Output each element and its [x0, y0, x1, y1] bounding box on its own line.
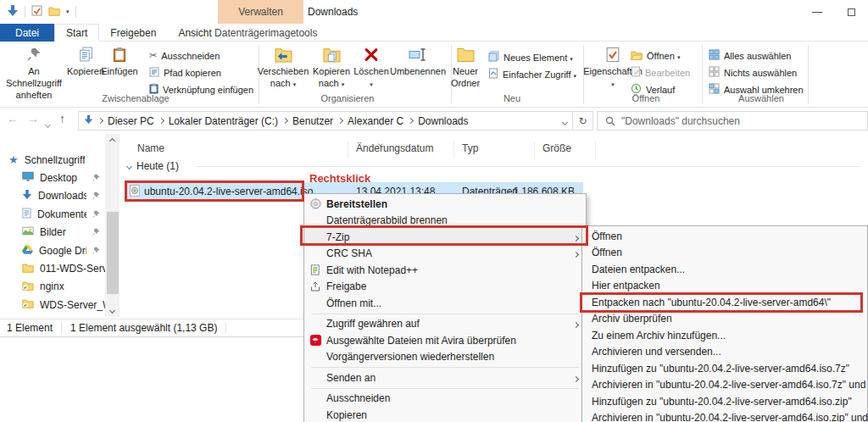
menu-item-senden-an[interactable]: Senden an [304, 369, 586, 386]
column-header-type[interactable]: Typ [462, 142, 478, 154]
breadcrumb-dieser-pc[interactable]: Dieser PC [108, 115, 154, 127]
tab-freigeben[interactable]: Freigeben [99, 24, 167, 42]
tab-datentraegerimagetools[interactable]: Datenträgerimagetools [223, 24, 309, 42]
column-header-size[interactable]: Größe [542, 142, 571, 154]
menu-item-datentraegerabbild-brennen[interactable]: Datenträgerabbild brennen [304, 213, 586, 230]
select-none-button[interactable]: Nichts auswählen [709, 65, 797, 80]
forward-button[interactable]: → [27, 112, 39, 125]
sidebar-item-google-drive[interactable]: Google Drive [0, 242, 105, 259]
menu-item-zugriff-gewaehren[interactable]: Zugriff gewähren auf [304, 316, 586, 333]
cut-button[interactable]: ✂ Ausschneiden [149, 48, 220, 63]
sidebar-item-dokumente[interactable]: Dokumente [0, 205, 105, 223]
move-to-button[interactable]: Verschieben nach ▾ [259, 44, 308, 90]
menu-item-edit-with-notepad[interactable]: Edit with Notepad++ [304, 262, 586, 279]
pin-icon [92, 226, 100, 238]
app-downloads-icon [7, 4, 19, 19]
submenu-item-archivieren-zip-versenden[interactable]: Archivieren in "ubuntu-20.04.2-live-serv… [582, 410, 867, 422]
up-button[interactable]: ↑ [59, 112, 65, 125]
sidebar-item-011-wds-server[interactable]: 011-WDS-Server [0, 259, 105, 277]
delete-button[interactable]: Löschen ▾ [355, 44, 387, 90]
dropdown-arrow-icon: ▾ [574, 73, 577, 79]
synced-folder-icon [22, 280, 34, 293]
delete-x-icon [364, 44, 379, 64]
menu-item-oeffnen-mit[interactable]: Öffnen mit... [304, 295, 586, 312]
column-divider[interactable] [348, 142, 348, 158]
collapse-group-icon[interactable] [126, 163, 132, 169]
address-dropdown-button[interactable] [563, 115, 567, 127]
search-input[interactable] [598, 112, 867, 130]
open-button[interactable]: Öffnen ▾ [631, 48, 680, 63]
submenu-item-zu-archiv-hinzufuegen[interactable]: Zu einem Archiv hinzufügen... [582, 327, 867, 344]
menu-item-kopieren[interactable]: Kopieren [304, 407, 586, 422]
scrollbar-thumb[interactable] [107, 212, 119, 294]
pin-icon [26, 44, 42, 64]
scroll-down-button[interactable] [105, 303, 120, 317]
menu-item-ausschneiden[interactable]: Ausschneiden [304, 391, 586, 408]
submenu-item-oeffnen-1[interactable]: Öffnen [582, 228, 867, 245]
new-folder-button[interactable]: Neuer Ordner [444, 44, 487, 90]
column-header-date[interactable]: Änderungsdatum [356, 142, 433, 154]
menu-item-bereitstellen[interactable]: Bereitstellen [304, 196, 586, 213]
menu-item-freigabe[interactable]: Freigabe [304, 279, 586, 296]
file-name: ubuntu-20.04.2-live-server-amd64.iso [144, 186, 313, 197]
breadcrumb-separator-icon [97, 118, 103, 124]
menu-item-avira-pruefen[interactable]: ☂ Ausgewählte Dateien mit Avira überprüf… [304, 332, 586, 349]
group-header-heute[interactable]: Heute (1) [127, 160, 179, 172]
submenu-item-archivieren-versenden[interactable]: Archivieren und versenden... [582, 344, 867, 361]
breadcrumb-laufwerk-c[interactable]: Lokaler Datenträger (C:) [169, 115, 278, 127]
submenu-item-hier-entpacken[interactable]: Hier entpacken [582, 278, 867, 295]
history-dropdown-button[interactable] [46, 118, 50, 130]
column-divider[interactable] [595, 142, 596, 158]
maximize-button[interactable] [834, 0, 868, 24]
sidebar-item-nginx[interactable]: nginx [0, 278, 105, 296]
refresh-button[interactable]: ↻ [573, 111, 593, 130]
new-item-button[interactable]: Neues Element ▾ [488, 50, 573, 64]
breadcrumb-alexander-c[interactable]: Alexander C [348, 115, 403, 127]
copy-path-button[interactable]: Pfad kopieren [149, 65, 221, 80]
sidebar-item-downloads[interactable]: Downloads [0, 187, 105, 205]
submenu-item-dateien-entpacken[interactable]: Dateien entpacken... [582, 261, 867, 278]
sidebar-item-desktop[interactable]: Desktop [0, 169, 105, 186]
minimize-button[interactable]: — [800, 0, 834, 24]
sidebar-item-schnellzugriff[interactable]: ★ Schnellzugriff [0, 151, 105, 169]
desktop-monitor-icon [22, 171, 34, 185]
menu-item-vorgaengerversionen[interactable]: Vorgängerversionen wiederherstellen [304, 349, 586, 366]
column-header-name[interactable]: Name [137, 142, 164, 154]
pin-to-quick-access-button[interactable]: An Schnellzugriff anheften [0, 44, 68, 101]
edit-button[interactable]: Bearbeiten [631, 65, 690, 80]
submenu-item-archivieren-7z-versenden[interactable]: Archivieren in "ubuntu-20.04.2-live-serv… [582, 377, 867, 394]
paste-button[interactable]: Einfügen [102, 44, 137, 78]
new-folder-icon[interactable] [48, 6, 60, 19]
breadcrumb-benutzer[interactable]: Benutzer [292, 115, 333, 127]
customize-qat-icon[interactable]: ▾ [66, 8, 70, 15]
menu-item-crc-sha[interactable]: CRC SHA [304, 246, 586, 263]
submenu-item-hinzufuegen-7z[interactable]: Hinzufügen zu "ubuntu-20.04.2-live-serve… [582, 360, 867, 377]
rename-button[interactable]: Umbenennen [387, 44, 448, 78]
select-all-button[interactable]: Alles auswählen [709, 48, 792, 63]
easy-access-button[interactable]: Einfacher Zugriff ▾ [488, 67, 576, 81]
back-button[interactable]: ← [7, 112, 19, 125]
pin-icon [92, 208, 100, 220]
copy-button[interactable]: Kopieren [70, 44, 102, 78]
breadcrumb-downloads[interactable]: Downloads [418, 115, 468, 127]
tab-start[interactable]: Start [54, 24, 99, 42]
pin-icon [92, 245, 100, 257]
tab-datei[interactable]: Datei [0, 24, 54, 42]
sidebar-item-bilder[interactable]: Bilder [0, 224, 105, 242]
properties-check-icon[interactable] [31, 5, 42, 19]
menu-item-7zip[interactable]: 7-Zip [304, 229, 586, 246]
group-label: Heute (1) [136, 160, 179, 172]
submenu-item-oeffnen-2[interactable]: Öffnen [582, 245, 867, 262]
sidebar-item-wds-server-win[interactable]: WDS-Server_Win [0, 296, 105, 314]
copy-to-button[interactable]: Kopieren nach ▾ [308, 44, 355, 90]
submenu-item-archiv-ueberpruefen[interactable]: Archiv überprüfen [582, 311, 867, 328]
address-box[interactable]: Dieser PC Lokaler Datenträger (C:) Benut… [78, 111, 573, 130]
submenu-item-entpacken-nach[interactable]: Entpacken nach "ubuntu-20.04.2-live-serv… [582, 294, 867, 311]
sidebar-scrollbar[interactable] [105, 134, 120, 317]
column-divider[interactable] [453, 142, 454, 158]
sidebar-item-wds-ubuntu[interactable]: WDS-Ubuntu [0, 314, 105, 317]
annotation-rechtsklick: Rechtsklick [309, 172, 370, 185]
submenu-item-hinzufuegen-zip[interactable]: Hinzufügen zu "ubuntu-20.04.2-live-serve… [582, 393, 867, 410]
scroll-up-button[interactable] [105, 134, 120, 147]
column-divider[interactable] [534, 142, 535, 158]
